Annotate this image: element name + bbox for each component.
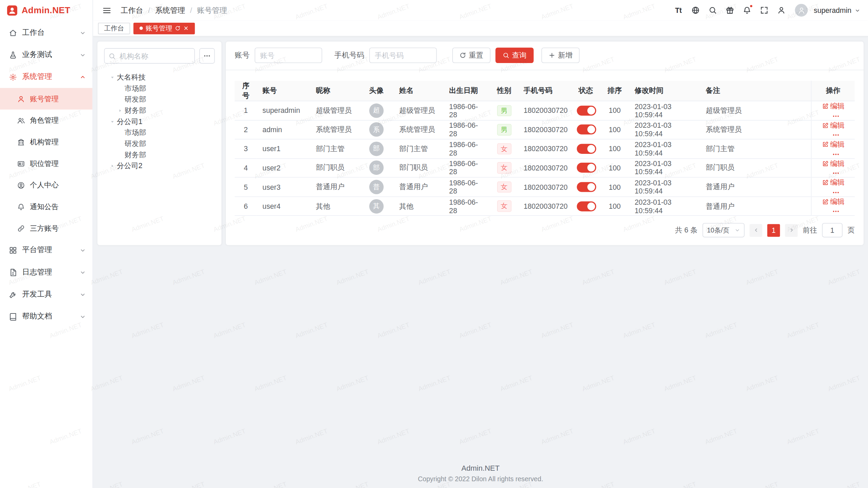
table-row: 3 user1 部门主管 部 部门主管 1986-06-28 女 1802003… (235, 139, 855, 158)
cell-remark: 系统管理员 (700, 120, 811, 139)
username[interactable]: superadmin (814, 6, 851, 14)
more-actions-icon[interactable] (832, 150, 840, 158)
reset-button[interactable]: 重置 (452, 47, 491, 63)
next-page-button[interactable] (785, 224, 798, 237)
edit-button[interactable]: 编辑 (822, 159, 845, 168)
status-toggle[interactable] (577, 105, 596, 115)
sidebar-item-personal-center[interactable]: 个人中心 (0, 174, 93, 196)
fullscreen-icon[interactable] (757, 3, 771, 17)
tab-workbench[interactable]: 工作台 (98, 22, 130, 34)
sidebar-item-platform-management[interactable]: 平台管理 (0, 239, 93, 261)
more-actions-icon[interactable] (832, 131, 840, 139)
tab-label: 工作台 (104, 23, 124, 33)
sidebar-item-third-party-account[interactable]: 三方账号 (0, 218, 93, 239)
column-header: 账号 (257, 81, 310, 101)
tree-more-button[interactable] (199, 48, 215, 64)
current-page[interactable]: 1 (767, 224, 780, 237)
sidebar-item-system-management[interactable]: 系统管理 (0, 66, 93, 88)
caret-down-icon[interactable] (110, 119, 115, 124)
tree-node[interactable]: 财务部 (104, 149, 215, 161)
avatar: 超 (369, 103, 383, 118)
tree-node[interactable]: 市场部 (104, 127, 215, 139)
tree-node[interactable]: 市场部 (104, 83, 215, 94)
sidebar-item-dev-tools[interactable]: 开发工具 (0, 283, 93, 305)
sidebar-item-post-management[interactable]: 职位管理 (0, 153, 93, 175)
search-icon[interactable] (706, 3, 720, 17)
table-row: 2 admin 系统管理员 系 系统管理员 1986-06-28 男 18020… (235, 120, 855, 139)
cell-birthday: 1986-06-28 (443, 139, 490, 158)
sidebar-item-notice[interactable]: 通知公告 (0, 196, 93, 218)
edit-button[interactable]: 编辑 (822, 140, 845, 149)
phone-filter-input[interactable] (369, 47, 437, 63)
edit-button[interactable]: 编辑 (822, 178, 845, 187)
account-filter-input[interactable] (255, 47, 322, 63)
book-icon (9, 312, 17, 321)
tree-node[interactable]: 分公司2 (104, 160, 215, 171)
chevron-right-icon (789, 228, 794, 233)
log-icon (9, 268, 17, 276)
more-actions-icon[interactable] (832, 169, 840, 177)
table-header-row: 序号 账号 昵称 头像 姓名 出生日期 性别 手机号码 状态 排序 修改时间 (235, 81, 855, 101)
logo-icon (7, 5, 18, 16)
sidebar-item-business-test[interactable]: 业务测试 (0, 44, 93, 66)
sidebar-item-label: 角色管理 (30, 115, 59, 125)
sidebar-item-log-management[interactable]: 日志管理 (0, 261, 93, 283)
user-avatar[interactable] (795, 4, 808, 17)
cell-sort: 100 (600, 120, 629, 139)
tree-node[interactable]: 大名科技 (104, 72, 215, 83)
ellipsis-icon (203, 52, 211, 60)
notification-bell-icon[interactable] (740, 3, 754, 17)
grid-icon (9, 246, 17, 254)
more-actions-icon[interactable] (832, 112, 840, 120)
chevron-down-icon[interactable] (855, 7, 860, 13)
sidebar-item-label: 通知公告 (30, 202, 59, 211)
sidebar-item-workbench[interactable]: 工作台 (0, 22, 93, 44)
edit-button[interactable]: 编辑 (822, 197, 845, 207)
cell-sort: 100 (600, 197, 629, 216)
font-size-icon[interactable]: Tt (672, 3, 686, 17)
status-toggle[interactable] (577, 125, 596, 135)
add-button[interactable]: 新增 (541, 47, 580, 63)
caret-right-icon[interactable] (117, 108, 123, 113)
close-icon[interactable] (183, 25, 189, 31)
sidebar-item-org-management[interactable]: 机构管理 (0, 131, 93, 153)
prev-page-button[interactable] (750, 224, 763, 237)
hamburger-menu-icon[interactable] (101, 4, 113, 16)
status-toggle[interactable] (577, 144, 596, 154)
theme-icon[interactable] (723, 3, 737, 17)
org-search-input[interactable] (104, 48, 195, 64)
sidebar-item-role-management[interactable]: 角色管理 (0, 109, 93, 131)
status-toggle[interactable] (577, 163, 596, 173)
tree-node[interactable]: 研发部 (104, 94, 215, 105)
refresh-icon[interactable] (175, 25, 180, 31)
caret-down-icon[interactable] (110, 75, 115, 80)
cell-account: superadmin (257, 101, 310, 120)
main-column: 工作台 系统管理 账号管理 Tt (93, 0, 868, 488)
user-settings-icon[interactable] (774, 3, 788, 17)
edit-button[interactable]: 编辑 (822, 101, 845, 111)
sidebar-item-help-docs[interactable]: 帮助文档 (0, 305, 93, 327)
footer-copyright: Copyright © 2022 Dilon All rights reserv… (97, 475, 864, 483)
cell-phone: 18020030720 (518, 197, 571, 216)
tree-node[interactable]: 财务部 (104, 105, 215, 116)
goto-page-input[interactable] (822, 223, 842, 238)
breadcrumb-item[interactable]: 工作台 (121, 5, 143, 15)
page-size-select[interactable]: 10条/页 (703, 223, 745, 238)
tree-node[interactable]: 分公司1 (104, 116, 215, 127)
tab-account-management[interactable]: 账号管理 (133, 22, 195, 34)
cell-modified-time: 2023-01-03 10:59:44 (629, 139, 700, 158)
caret-right-icon[interactable] (110, 163, 115, 169)
query-button[interactable]: 查询 (495, 47, 534, 63)
cell-birthday: 1986-06-28 (443, 120, 490, 139)
language-icon[interactable] (689, 3, 703, 17)
edit-button[interactable]: 编辑 (822, 120, 845, 130)
more-actions-icon[interactable] (832, 188, 840, 196)
breadcrumb-item[interactable]: 系统管理 (143, 5, 185, 15)
tree-node[interactable]: 研发部 (104, 138, 215, 149)
status-toggle[interactable] (577, 182, 596, 192)
status-toggle[interactable] (577, 201, 596, 211)
more-actions-icon[interactable] (832, 208, 840, 216)
logo[interactable]: Admin.NET (0, 0, 93, 20)
cell-phone: 18020030720 (518, 178, 571, 197)
sidebar-item-account-management[interactable]: 账号管理 (0, 88, 93, 110)
